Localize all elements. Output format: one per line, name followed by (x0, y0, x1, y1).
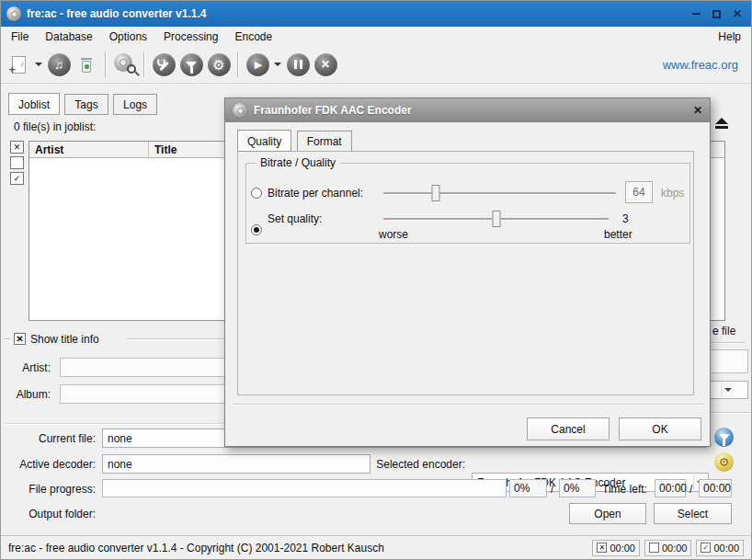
gear-icon: ⚙ (719, 455, 730, 469)
select-all-button[interactable]: ✕ (10, 141, 24, 154)
dialog-close-icon[interactable]: ✕ (693, 104, 702, 117)
quality-slider-thumb[interactable] (492, 211, 500, 227)
dialog-tabs: Quality Format (237, 130, 354, 152)
cancel-button[interactable]: Cancel (527, 417, 610, 440)
start-encoding-button[interactable]: ▶ (244, 50, 271, 79)
groupbox-line (711, 342, 746, 343)
clipped-input[interactable] (707, 349, 748, 373)
tab-tags[interactable]: Tags (64, 94, 108, 115)
joblist-count: 0 file(s) in joblist: (14, 120, 96, 133)
select-folder-button[interactable]: Select (654, 503, 732, 524)
menu-file[interactable]: File (3, 28, 37, 46)
show-title-info-label: Show title info (30, 333, 99, 346)
empty-checkbox-icon (649, 543, 659, 553)
app-icon (6, 6, 21, 21)
scale-better-label: better (604, 228, 632, 241)
tab-joblist[interactable]: Joblist (8, 93, 60, 115)
encoder-settings-button[interactable]: ⚙ (714, 452, 734, 472)
toolbar-separator (143, 51, 145, 77)
quality-radio[interactable] (251, 224, 262, 235)
eject-button[interactable] (711, 114, 733, 131)
dialog-titlebar[interactable]: Fraunhofer FDK AAC Encoder ✕ (225, 98, 710, 122)
percent-total-box: 0% (559, 479, 596, 497)
toolbar: ♪ + ♫ ⚙ ▶ ✕ (1, 46, 751, 84)
album-input[interactable] (60, 384, 240, 404)
check-checkbox-icon: ✓ (701, 543, 711, 553)
toolbar-separator (237, 51, 239, 77)
gear-icon: ⚙ (208, 53, 231, 76)
pause-icon (287, 53, 310, 76)
artist-label: Artist: (0, 361, 51, 374)
stop-encoding-button[interactable]: ✕ (312, 50, 339, 79)
remove-entry-button[interactable] (73, 50, 100, 79)
quality-value: 3 (622, 212, 629, 225)
toolbar-separator (105, 51, 107, 77)
scale-worse-label: worse (379, 228, 408, 241)
add-file-icon: ♪ + (12, 56, 26, 74)
window-title: fre:ac - free audio converter v1.1.4 (27, 7, 206, 20)
artist-input[interactable] (60, 358, 240, 377)
processing-status-button[interactable] (714, 428, 734, 447)
window-titlebar[interactable]: fre:ac - free audio converter v1.1.4 ✕ (1, 1, 751, 27)
tab-format[interactable]: Format (297, 131, 352, 152)
groupbox-line (4, 338, 10, 339)
toggle-selection-button[interactable]: ✓ (10, 172, 24, 185)
pause-encoding-button[interactable] (284, 50, 312, 79)
funnel-icon (719, 434, 730, 440)
selected-tracks-time: ✕ 00:00 (592, 540, 640, 556)
add-audio-cd-button[interactable]: ♫ (45, 50, 73, 79)
encoder-config-dialog: Fraunhofer FDK AAC Encoder ✕ Quality For… (224, 97, 711, 447)
slash-separator: / (551, 483, 553, 496)
clipped-checkbox-label: e file (712, 325, 735, 337)
menu-database[interactable]: Database (37, 28, 100, 46)
album-label: Album: (0, 388, 51, 401)
open-folder-button[interactable]: Open (569, 503, 646, 524)
maximize-icon[interactable] (712, 10, 721, 18)
tab-logs[interactable]: Logs (113, 94, 157, 115)
separator-line (711, 412, 751, 413)
select-none-button[interactable] (10, 156, 24, 169)
percent-done-box: 0% (509, 479, 547, 497)
ok-button[interactable]: OK (619, 417, 701, 440)
tab-quality[interactable]: Quality (237, 130, 291, 152)
trash-icon (80, 58, 93, 74)
add-files-dropdown-icon[interactable] (35, 63, 42, 66)
statusbar-text: fre:ac - free audio converter v1.1.4 - C… (8, 542, 384, 554)
freac-website-link[interactable]: www.freac.org (663, 58, 747, 72)
play-icon: ▶ (246, 53, 269, 76)
signal-processing-button[interactable] (177, 50, 205, 79)
bitrate-slider-thumb[interactable] (431, 185, 439, 201)
bitrate-slider (383, 185, 616, 201)
output-folder-label: Output folder: (1, 508, 96, 520)
column-header-artist[interactable]: Artist (29, 142, 149, 157)
dialog-separator (233, 404, 704, 405)
show-title-info-checkbox[interactable]: ✕ (14, 333, 26, 345)
menu-help[interactable]: Help (710, 28, 749, 46)
menu-options[interactable]: Options (101, 28, 155, 46)
general-settings-button[interactable] (150, 50, 177, 79)
slash-separator: / (689, 483, 692, 496)
time-left-label: Time left: (602, 483, 647, 496)
add-files-button[interactable]: ♪ + (5, 50, 32, 79)
current-file-label: Current file: (1, 432, 96, 445)
quality-slider (383, 211, 609, 227)
configure-encoder-button[interactable]: ⚙ (205, 50, 233, 79)
unselected-tracks-time: 00:00 (644, 540, 692, 556)
separator-line (3, 423, 224, 424)
time-total-box: 00:00 (699, 479, 732, 497)
file-progress-bar (102, 479, 507, 497)
stop-icon: ✕ (314, 53, 337, 76)
start-encoding-dropdown-icon[interactable] (274, 63, 281, 66)
bitrate-label: Bitrate per channel: (268, 187, 363, 200)
clipped-combobox[interactable] (707, 381, 748, 399)
menu-processing[interactable]: Processing (155, 28, 226, 46)
chevron-down-icon[interactable] (721, 383, 735, 397)
cddb-query-button[interactable] (111, 50, 139, 79)
total-tracks-time: ✓ 00:00 (696, 540, 744, 556)
active-decoder-label: Active decoder: (1, 458, 96, 471)
bitrate-radio[interactable] (251, 188, 262, 199)
minimize-icon[interactable] (692, 13, 701, 15)
menu-encode[interactable]: Encode (226, 28, 280, 46)
close-icon[interactable]: ✕ (733, 8, 742, 19)
bitrate-value-input[interactable]: 64 (625, 181, 653, 203)
